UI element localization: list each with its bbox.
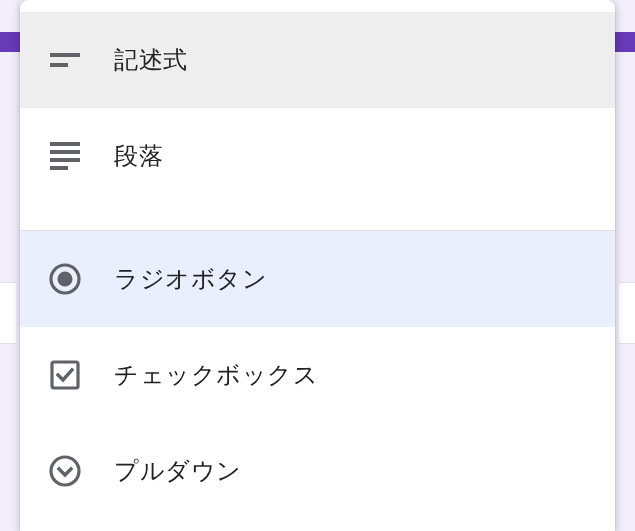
- svg-rect-4: [50, 158, 80, 162]
- checkbox-icon: [46, 359, 84, 391]
- accent-stripe-right: [615, 32, 635, 52]
- dropdown-icon: [46, 454, 84, 488]
- svg-rect-3: [50, 150, 80, 154]
- menu-item-radio[interactable]: ラジオボタン: [20, 231, 615, 327]
- svg-rect-2: [50, 142, 80, 146]
- menu-item-label: プルダウン: [114, 455, 589, 487]
- menu-item-label: チェックボックス: [114, 359, 589, 391]
- menu-item-label: 段落: [114, 140, 589, 172]
- radio-icon: [46, 262, 84, 296]
- question-type-menu: 記述式 段落 ラジオボタン: [20, 0, 615, 531]
- short-text-icon: [46, 50, 84, 70]
- menu-item-paragraph[interactable]: 段落: [20, 108, 615, 204]
- menu-item-label: 記述式: [114, 44, 589, 76]
- accent-stripe-left: [0, 32, 20, 52]
- paragraph-icon: [46, 142, 84, 170]
- svg-rect-1: [50, 63, 68, 67]
- bg-stripe-left: [0, 282, 16, 344]
- bg-stripe-right: [619, 282, 635, 344]
- svg-point-7: [58, 272, 73, 287]
- menu-item-short-answer[interactable]: 記述式: [20, 12, 615, 108]
- svg-rect-0: [50, 53, 80, 57]
- menu-item-label: ラジオボタン: [114, 263, 589, 295]
- svg-point-9: [51, 457, 79, 485]
- menu-item-dropdown[interactable]: プルダウン: [20, 423, 615, 519]
- menu-item-checkbox[interactable]: チェックボックス: [20, 327, 615, 423]
- svg-rect-5: [50, 166, 68, 170]
